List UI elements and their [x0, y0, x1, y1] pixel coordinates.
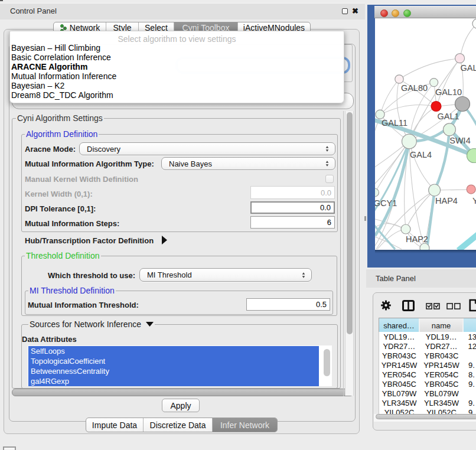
svg-text:GAL4: GAL4 [410, 150, 432, 159]
svg-text:YM: YM [472, 196, 476, 206]
svg-text:GAL1: GAL1 [437, 112, 459, 121]
svg-text:SWI4: SWI4 [449, 136, 470, 145]
svg-text:GAL7: GAL7 [461, 63, 476, 73]
svg-text:HAP4: HAP4 [435, 196, 458, 206]
svg-text:HAP2: HAP2 [406, 234, 428, 244]
svg-text:GCY1: GCY1 [375, 198, 397, 208]
svg-text:GAL11: GAL11 [382, 118, 407, 128]
svg-text:GAL10: GAL10 [435, 87, 462, 97]
svg-text:GAL80: GAL80 [401, 83, 428, 93]
